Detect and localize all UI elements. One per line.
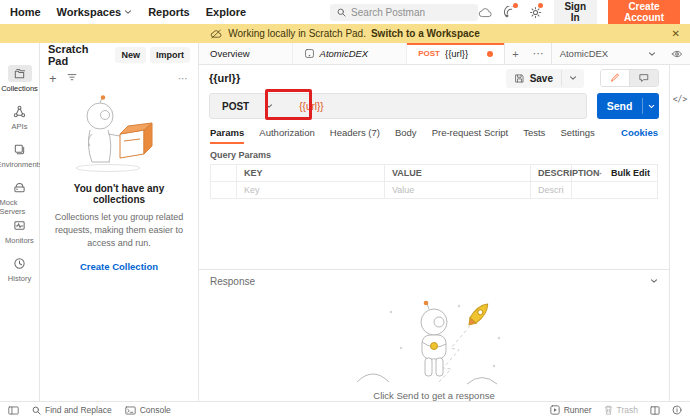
cookies-link[interactable]: Cookies <box>621 127 658 138</box>
environment-quick-look-eye-icon[interactable] <box>664 43 690 64</box>
sidebar-item-monitors[interactable]: Monitors <box>0 217 40 255</box>
response-collapse-chevron-icon[interactable] <box>650 277 658 285</box>
unsaved-changes-dot <box>487 51 493 57</box>
tab-settings[interactable]: Settings <box>560 121 594 144</box>
tab-tests[interactable]: Tests <box>523 121 545 144</box>
panel-more-icon[interactable]: ⋯ <box>178 73 189 84</box>
help-icon[interactable] <box>672 405 682 415</box>
empty-state-title: You don't have any collections <box>52 183 186 205</box>
collection-tab-icon <box>304 48 315 59</box>
nav-home[interactable]: Home <box>10 6 41 18</box>
response-header[interactable]: Response <box>199 270 669 292</box>
offline-cloud-icon <box>210 29 223 39</box>
create-collection-link[interactable]: Create Collection <box>80 261 158 272</box>
column-options-icon[interactable]: ⋯ <box>593 168 603 178</box>
create-account-button[interactable]: Create Account <box>608 0 680 27</box>
sidebar-item-label: APIs <box>12 122 28 131</box>
value-header: VALUE <box>385 165 531 182</box>
work-row: {{url}} Save <box>199 65 690 401</box>
environment-name: AtomicDEX <box>560 48 648 59</box>
edit-pencil-icon[interactable] <box>601 70 630 86</box>
apis-icon <box>8 103 32 120</box>
doc-comment-toggle <box>600 69 659 87</box>
collections-icon <box>8 65 32 82</box>
console-button[interactable]: Console <box>125 405 171 415</box>
row-select-cell[interactable] <box>211 182 237 199</box>
tab-method-label: POST <box>418 49 440 58</box>
chevron-down-icon <box>265 102 273 110</box>
request-config-tabs: Params Authorization Headers (7) Body Pr… <box>199 121 669 144</box>
runner-button[interactable]: Runner <box>550 405 592 415</box>
tab-headers[interactable]: Headers (7) <box>330 121 380 144</box>
tab-request-active[interactable]: POST {{url}} <box>407 43 505 64</box>
sidebar-item-apis[interactable]: APIs <box>0 103 40 141</box>
tab-body[interactable]: Body <box>395 121 417 144</box>
send-options-chevron-icon[interactable] <box>642 98 659 114</box>
cloud-icon[interactable] <box>478 4 493 20</box>
right-toolbar: </> <box>669 65 690 401</box>
send-button[interactable]: Send <box>597 93 659 119</box>
sidebar-item-history[interactable]: History <box>0 255 40 293</box>
sidebar-item-environments[interactable]: Environments <box>0 141 40 179</box>
global-search[interactable] <box>330 4 478 21</box>
add-collection-button[interactable]: + <box>49 72 57 85</box>
code-snippet-icon[interactable]: </> <box>673 95 687 104</box>
import-button[interactable]: Import <box>150 47 190 63</box>
sidebar-item-label: Monitors <box>5 236 34 245</box>
param-description-input[interactable] <box>538 185 564 195</box>
environment-selector[interactable]: AtomicDEX <box>551 43 664 64</box>
search-icon <box>32 406 41 415</box>
query-params-label: Query Params <box>199 144 669 164</box>
status-bar: Find and Replace Console Runner Trash <box>0 401 690 418</box>
banner-close-icon[interactable]: ✕ <box>672 24 680 43</box>
param-key-input[interactable] <box>244 185 377 195</box>
network-status-icon[interactable] <box>504 4 518 20</box>
top-nav: Home Workspaces Reports Explore Sign In … <box>0 0 690 24</box>
url-bar: POST {{url}} <box>209 93 587 119</box>
method-selector[interactable]: POST <box>210 94 285 118</box>
save-options-chevron-icon[interactable] <box>561 70 584 86</box>
panel-toolbar: + ⋯ <box>40 66 198 90</box>
sidebar-rail: Collections APIs Environments Mock Serve… <box>0 43 40 401</box>
tab-overview[interactable]: Overview <box>199 43 293 64</box>
nav-workspaces[interactable]: Workspaces <box>57 6 133 18</box>
empty-collections-illustration <box>52 94 170 174</box>
comment-icon[interactable] <box>630 70 658 86</box>
settings-update-dot <box>538 3 543 8</box>
scratchpad-title: Scratch Pad <box>48 43 111 67</box>
bulk-edit-button[interactable]: Bulk Edit <box>611 168 650 178</box>
search-input[interactable] <box>351 7 471 18</box>
sidebar-item-collections[interactable]: Collections <box>0 65 40 103</box>
sign-in-button[interactable]: Sign In <box>554 0 597 27</box>
toggle-sidebar-icon[interactable] <box>8 406 19 415</box>
new-tab-button[interactable]: + <box>505 43 525 64</box>
chevron-down-icon <box>124 8 132 16</box>
row-select-header <box>211 165 237 182</box>
settings-gear-icon[interactable] <box>529 4 543 20</box>
trash-button[interactable]: Trash <box>604 405 638 415</box>
new-button[interactable]: New <box>115 47 146 63</box>
switch-workspace-link[interactable]: Switch to a Workspace <box>371 28 480 39</box>
param-value-input[interactable] <box>392 185 523 195</box>
find-and-replace-button[interactable]: Find and Replace <box>32 405 112 415</box>
console-icon <box>125 406 136 415</box>
tab-authorization[interactable]: Authorization <box>259 121 314 144</box>
tab-collection-atomicdex[interactable]: AtomicDEX <box>293 43 408 64</box>
nav-explore[interactable]: Explore <box>206 6 246 18</box>
response-empty-state: Click Send to get a response <box>199 292 669 401</box>
sidebar-item-label: Collections <box>1 84 38 93</box>
url-input[interactable]: {{url}} <box>285 101 323 112</box>
table-row <box>211 182 658 199</box>
environments-icon <box>8 141 32 158</box>
sidebar-item-mock-servers[interactable]: Mock Servers <box>0 179 40 217</box>
tab-pre-request-script[interactable]: Pre-request Script <box>432 121 509 144</box>
mock-servers-icon <box>8 179 32 196</box>
save-icon <box>514 73 525 84</box>
filter-icon[interactable] <box>66 72 78 84</box>
split-pane-icon[interactable] <box>650 406 660 415</box>
save-button[interactable]: Save <box>506 69 584 88</box>
tab-options-icon[interactable]: ⋯ <box>526 43 551 64</box>
tab-params[interactable]: Params <box>210 121 244 144</box>
nav-reports[interactable]: Reports <box>148 6 190 18</box>
workspace: Overview AtomicDEX POST {{url}} + ⋯ Atom… <box>199 43 690 401</box>
